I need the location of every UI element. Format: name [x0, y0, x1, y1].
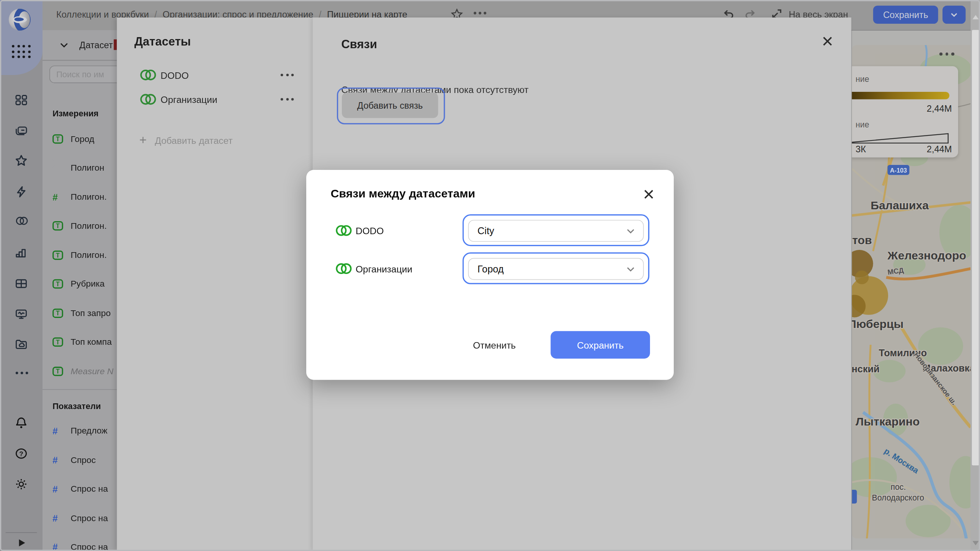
app-window: Коллекции и воркбуки / Организации: спро…	[0, 0, 980, 551]
tiles-icon[interactable]	[15, 94, 28, 106]
dataset-icon	[335, 224, 353, 237]
map-label-volodarskogo: Володарского	[872, 493, 924, 502]
map-legend: ние 2,44M ние 3К 2,44M	[852, 66, 958, 157]
field-row[interactable]: #Спрос на	[42, 478, 117, 499]
dataset-selector-label: Датасет	[79, 40, 113, 50]
legend-max-2: 2,44M	[927, 144, 952, 154]
plus-icon: +	[139, 134, 147, 146]
services-grid-icon[interactable]	[12, 45, 30, 58]
modal-dataset-label-dodo: DODO	[356, 225, 384, 236]
more-icon[interactable]	[15, 371, 28, 384]
field-row[interactable]: ТMeasure N	[42, 360, 117, 382]
save-button[interactable]: Сохранить	[873, 6, 938, 24]
favorites-star-icon[interactable]	[15, 154, 28, 167]
modal-close-icon[interactable]	[643, 189, 654, 200]
field-row[interactable]: Полигон	[42, 157, 117, 178]
left-nav-sidebar: ?	[0, 0, 42, 551]
add-dataset-button[interactable]: + Добавить датасет	[139, 134, 233, 146]
datasets-drawer: Датасеты DODO Организации + Добавить дат…	[117, 18, 312, 551]
map-label-lyubertsy: Люберцы	[852, 317, 903, 331]
field-row[interactable]: #Полигон.	[42, 186, 117, 208]
map-label-zheleznodorozhny: Железнодоро	[887, 249, 966, 262]
measures-title: Показатели	[52, 402, 101, 411]
links-modal: Связи между датасетами DODO City Организ…	[306, 170, 674, 380]
scroll-up-icon[interactable]	[972, 15, 978, 19]
field-select-organizations[interactable]: Город	[468, 258, 644, 280]
legend-label-2: ние	[856, 120, 869, 129]
cancel-button[interactable]: Отменить	[466, 335, 523, 355]
legend-max-1: 2,44M	[927, 104, 952, 114]
chevron-down-icon	[626, 264, 635, 274]
dataset-item-dodo[interactable]: DODO	[117, 64, 312, 86]
charts-icon[interactable]	[15, 247, 28, 259]
dataset-icon	[139, 69, 157, 82]
page-scrollbar[interactable]	[971, 0, 980, 551]
expand-sidebar-icon[interactable]	[17, 538, 29, 551]
svg-text:?: ?	[19, 450, 23, 458]
map-label-lytkarino: Лыткарино	[856, 415, 920, 429]
settings-gear-icon[interactable]	[15, 478, 28, 491]
field-row[interactable]: #Спрос на	[42, 507, 117, 529]
legend-gradient-bar	[852, 92, 949, 99]
field-row[interactable]: ТРубрика	[42, 273, 117, 294]
map-label-pos: пос.	[891, 482, 906, 491]
chevron-down-icon	[626, 226, 635, 236]
storage-folder-icon[interactable]	[15, 338, 28, 350]
chevron-down-icon	[59, 41, 69, 50]
datalens-logo-icon[interactable]	[9, 9, 31, 31]
legend-size-triangle	[852, 131, 951, 145]
map-label-insky: инский	[852, 364, 879, 375]
field-row[interactable]: #Спрос	[42, 449, 117, 471]
dimensions-title: Измерения	[52, 109, 98, 118]
red-indicator	[114, 39, 117, 50]
map-menu-icon[interactable]	[939, 52, 954, 55]
modal-save-button[interactable]: Сохранить	[550, 331, 650, 359]
map-label-utov: утов	[852, 234, 872, 248]
field-select-value: City	[477, 225, 494, 236]
modal-title: Связи между датасетами	[331, 187, 475, 201]
field-row[interactable]: ТПолигон.	[42, 244, 117, 266]
legend-label-1: ние	[856, 74, 869, 83]
notifications-bell-icon[interactable]	[15, 417, 28, 429]
dataset-icon	[335, 262, 353, 275]
field-row[interactable]: ТПолигон.	[42, 215, 117, 236]
lightning-icon[interactable]	[15, 186, 28, 198]
dashboards-icon[interactable]	[15, 308, 28, 321]
dataset-item-organizations[interactable]: Организации	[117, 88, 312, 111]
modal-dataset-label-organizations: Организации	[356, 264, 412, 274]
scrollbar-thumb[interactable]	[972, 30, 979, 465]
field-row[interactable]: ТГород	[42, 128, 117, 150]
field-row[interactable]: #Спрос на	[42, 536, 117, 551]
search-input[interactable]	[49, 65, 117, 83]
panel-divider	[42, 60, 117, 61]
field-select-value: Город	[477, 263, 503, 274]
field-row[interactable]: ТТоп компа	[42, 331, 117, 352]
dataset-menu-icon[interactable]	[281, 88, 294, 111]
dataset-menu-icon[interactable]	[281, 64, 294, 86]
close-icon[interactable]	[822, 36, 833, 47]
legend-min-2: 3К	[856, 144, 866, 154]
section-divider	[42, 389, 117, 390]
dataset-icon	[139, 93, 157, 106]
dataset-selector[interactable]: Датасет	[42, 30, 117, 60]
add-link-button[interactable]: Добавить связь	[342, 93, 438, 118]
links-panel-title: Связи	[341, 37, 377, 51]
tables-icon[interactable]	[15, 277, 28, 290]
help-icon[interactable]: ?	[15, 447, 28, 460]
road-badge: А-103	[887, 165, 909, 175]
save-dropdown-button[interactable]	[942, 6, 965, 24]
map-label-balashikha: Балашиха	[871, 199, 929, 212]
field-row[interactable]: ТТоп запро	[42, 302, 117, 324]
field-select-dodo[interactable]: City	[468, 220, 644, 242]
sidebar-divider	[6, 532, 37, 533]
map-widget: А-103 Балашиха утов Железнодоро МСД Любе…	[852, 45, 970, 539]
datasets-drawer-title: Датасеты	[134, 35, 191, 49]
fields-panel: Датасет Измерения ТГород Полигон #Полиго…	[42, 30, 117, 551]
field-row[interactable]: #Предлож	[42, 420, 117, 441]
datasets-icon[interactable]	[15, 215, 28, 228]
workbooks-icon[interactable]	[15, 124, 28, 137]
scroll-down-icon[interactable]	[972, 541, 978, 545]
